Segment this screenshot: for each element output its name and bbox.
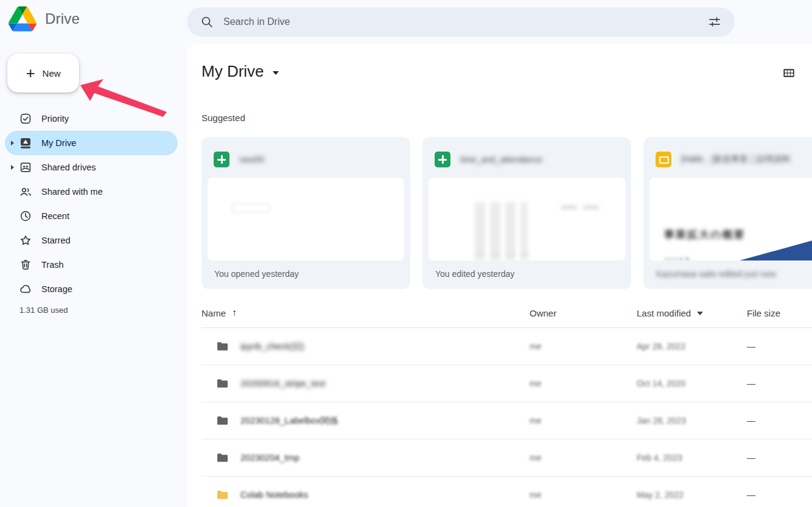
file-list: Name ↑ Owner Last modified File size [201,298,812,507]
file-owner: me [530,416,637,425]
priority-icon [19,113,32,125]
file-size: — [747,490,797,500]
sidebar-item-trash[interactable]: Trash [5,253,178,277]
preview-placeholder [232,203,270,212]
search-icon[interactable] [200,15,214,29]
table-row[interactable]: 20230128_Labelbox関係 me Jan 28, 2023 — [201,402,812,439]
file-preview [429,178,625,260]
card-title: time_and_attendance [460,155,542,164]
search-input[interactable]: Search in Drive [223,16,708,27]
file-preview: 事業拡大の概要 2022年版 [649,178,812,260]
file-modified: Oct 14, 2020 [637,379,747,388]
file-size: — [747,341,797,351]
file-modified: Apr 28, 2022 [637,341,747,351]
sort-caret-icon [697,312,703,315]
card-caption: You edited yesterday [435,269,514,279]
shared-drives-icon [19,161,32,173]
expand-caret-icon[interactable] [11,165,14,170]
preview-mark [492,253,499,256]
sidebar: Priority My Drive Shared [5,107,178,301]
sidebar-item-label: Starred [41,236,71,245]
folder-icon [216,452,228,464]
sheets-file-icon [214,152,229,167]
card-title: [Hakk」]新規事業ご説明資料 [681,154,791,165]
sidebar-item-priority[interactable]: Priority [5,107,178,131]
preview-mark [476,253,485,256]
sidebar-item-shared-drives[interactable]: Shared drives [5,155,178,180]
file-preview [208,178,404,260]
page-title[interactable]: My Drive [201,62,279,81]
cloud-icon [19,283,32,295]
search-options-icon[interactable] [708,15,721,29]
folder-icon [216,414,228,427]
preview-mark [561,205,577,209]
preview-column [490,202,500,260]
sidebar-item-label: Recent [41,211,69,221]
sidebar-item-label: Trash [41,260,64,270]
google-drive-window: Drive Search in Drive + New Priority [0,0,812,507]
file-list-header: Name ↑ Owner Last modified File size [201,298,812,328]
column-header-owner[interactable]: Owner [530,308,637,318]
file-modified: May 2, 2022 [637,490,747,500]
suggested-card-3[interactable]: [Hakk」]新規事業ご説明資料 事業拡大の概要 2022年版 Kazumasa… [643,137,812,289]
file-size: — [747,416,797,425]
search-bar[interactable]: Search in Drive [187,7,735,37]
column-header-file-size[interactable]: File size [747,308,797,318]
sidebar-item-storage[interactable]: Storage [5,277,178,301]
file-name: 20230128_Labelbox関係 [240,415,338,427]
table-row[interactable]: 20230204_tmp me Feb 4, 2023 — [201,439,812,477]
file-owner: me [530,490,637,500]
sheets-file-icon [435,152,450,167]
page-title-text: My Drive [201,62,264,81]
preview-heading: 事業拡大の概要 [664,228,745,242]
sidebar-item-my-drive[interactable]: My Drive [5,131,178,155]
chevron-down-icon[interactable] [273,71,279,75]
table-row[interactable]: Colab Notebooks me May 2, 2022 — [201,477,812,507]
suggested-cards: new55 You opened yesterday time_and_atte… [201,137,812,289]
my-drive-icon [19,137,32,149]
file-owner: me [530,453,637,463]
preview-triangle-shape [740,231,812,260]
file-name: 20230204_tmp [240,453,299,463]
suggested-card-2[interactable]: time_and_attendance You edited yesterday [422,137,631,289]
preview-mark [583,205,599,209]
storage-used-label: 1.31 GB used [19,306,68,315]
file-name: ipynb_check(旧) [240,341,304,352]
sidebar-item-label: Shared drives [41,163,96,172]
plus-icon: + [26,65,35,81]
trash-icon [19,259,32,271]
shared-with-me-icon [19,186,32,198]
grid-view-toggle-icon[interactable] [782,66,796,80]
column-header-last-modified[interactable]: Last modified [637,308,747,318]
star-icon [19,234,32,247]
drive-logo-lockup: Drive [9,6,80,32]
main-content: My Drive Suggested new55 You opened y [187,44,812,507]
folder-icon [216,340,228,352]
table-row[interactable]: 20200916_stripe_test me Oct 14, 2020 — [201,365,812,402]
file-size: — [747,379,797,388]
column-header-name[interactable]: Name ↑ [201,307,530,318]
table-row[interactable]: ipynb_check(旧) me Apr 28, 2022 — [201,328,812,365]
file-size: — [747,453,797,463]
new-button[interactable]: + New [7,54,79,93]
folder-icon [216,377,228,390]
expand-caret-icon[interactable] [11,141,14,145]
preview-mark [506,253,515,256]
sidebar-item-label: Shared with me [41,187,103,197]
drive-logo-icon [9,6,37,32]
file-modified: Feb 4, 2023 [637,453,747,463]
preview-column [475,202,485,260]
app-title: Drive [45,10,80,27]
sidebar-item-shared-with-me[interactable]: Shared with me [5,180,178,204]
file-owner: me [530,379,637,388]
file-owner: me [530,341,637,351]
sidebar-item-starred[interactable]: Starred [5,228,178,253]
sidebar-item-recent[interactable]: Recent [5,204,178,228]
folder-icon [216,489,228,501]
preview-subtext: 2022年版 [664,256,691,260]
sort-ascending-icon[interactable]: ↑ [232,307,237,318]
card-caption: Kazumasa saito edited just now [656,269,776,279]
preview-column [505,202,516,260]
preview-column [520,202,528,260]
suggested-card-1[interactable]: new55 You opened yesterday [201,137,410,289]
